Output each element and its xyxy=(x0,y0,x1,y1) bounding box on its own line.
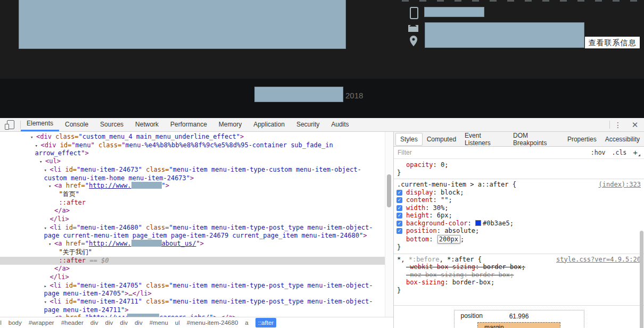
dom-tree-line[interactable]: ▾<li id="menu-item-24711" class="menu-it… xyxy=(0,298,385,306)
scrollbar-thumb[interactable] xyxy=(387,174,391,207)
crumb-wrapper[interactable]: #wrapper xyxy=(29,319,54,326)
expand-arrow-icon[interactable]: ▾ xyxy=(30,133,36,141)
sidebar-tab-computed[interactable]: Computed xyxy=(423,133,460,145)
css-property[interactable]: opacity: 0; xyxy=(394,161,644,169)
css-property[interactable]: ✓content: ""; xyxy=(394,196,644,204)
dom-tree-line[interactable]: ▾</a> xyxy=(0,207,385,215)
devtools-tab-network[interactable]: Network xyxy=(129,118,164,131)
crumb-menu[interactable]: #menu xyxy=(150,319,168,326)
dom-tree-line[interactable]: page menu-item-24705">…</li> xyxy=(0,290,385,298)
crumb-div[interactable]: div xyxy=(90,319,98,326)
styles-filter-bar: Filter :hov .cls + xyxy=(394,147,644,159)
crumb-header[interactable]: #header xyxy=(61,319,84,326)
css-property[interactable]: ✓background-color: #0b3ae5; xyxy=(394,220,644,228)
crumb-html[interactable]: html xyxy=(0,319,2,326)
devtools-tab-audits[interactable]: Audits xyxy=(325,118,354,131)
devtools-tab-application[interactable]: Application xyxy=(247,118,291,131)
sidebar-tab-dom-breakpoints[interactable]: DOM Breakpoints xyxy=(509,130,563,149)
dom-tree-line[interactable]: ▾<a href="http://www."> xyxy=(0,182,385,190)
expand-arrow-icon[interactable]: ▾ xyxy=(39,158,45,166)
dom-tree-line[interactable]: ▾</a> xyxy=(0,265,385,273)
dom-tree-line[interactable]: ▾<div id="menu" class="menu-%e4%b8%bb%e8… xyxy=(0,141,385,150)
close-devtools-icon[interactable]: ✕ xyxy=(626,118,644,131)
devtools-tab-sources[interactable]: Sources xyxy=(94,118,129,131)
expand-arrow-icon[interactable]: ▾ xyxy=(44,166,50,174)
box-model-position[interactable]: position 61.996 margin - border - xyxy=(454,310,584,328)
dom-tree-line[interactable]: page menu-item-24711"> xyxy=(0,306,385,314)
crumb-ul[interactable]: ul xyxy=(175,319,180,326)
crumb-menuitem24680[interactable]: #menu-item-24680 xyxy=(187,319,238,326)
dom-tree-line[interactable]: ▾<div class="custom_menu_4 main_menu_und… xyxy=(0,133,385,141)
property-checkbox[interactable]: ✓ xyxy=(397,213,402,218)
dom-tree-line[interactable]: ▾"关于我们" xyxy=(0,248,385,257)
css-property[interactable]: box-sizing: border-box; xyxy=(394,279,644,287)
dom-tree-line[interactable]: ▾<li id="menu-item-24673" class="menu-it… xyxy=(0,166,385,174)
devtools-tab-elements[interactable]: Elements xyxy=(21,118,59,131)
dom-tree-line[interactable]: custom menu-item-home menu-item-24673"> xyxy=(0,174,385,182)
property-checkbox[interactable]: ✓ xyxy=(397,197,402,203)
box-model-margin[interactable]: margin - border - xyxy=(477,322,560,328)
expand-arrow-icon[interactable]: ▾ xyxy=(48,240,54,248)
devtools-tab-memory[interactable]: Memory xyxy=(213,118,247,131)
color-swatch[interactable] xyxy=(475,220,481,226)
elements-scrollbar[interactable] xyxy=(385,132,393,317)
expand-arrow-icon[interactable]: ▾ xyxy=(35,142,41,150)
crumb-body[interactable]: body xyxy=(9,319,22,326)
crumb-div[interactable]: div xyxy=(120,319,128,326)
elements-panel: ▾<div class="custom_menu_4 main_menu_und… xyxy=(0,132,393,328)
toggle-hover-state-button[interactable]: :hov xyxy=(591,149,606,156)
crumb-div[interactable]: div xyxy=(105,319,113,326)
dom-tree-line[interactable]: arrow_effect"> xyxy=(0,149,385,157)
rule-selector[interactable]: (index):323.current-menu-item > a::after… xyxy=(394,181,644,189)
stylesheet-link[interactable]: style.css?ver=4.9.5:20 xyxy=(556,256,641,264)
more-options-icon[interactable]: ⋮ xyxy=(610,118,626,131)
code-link[interactable]: http://www. xyxy=(89,240,131,247)
code-link[interactable]: about_us/ xyxy=(162,240,196,247)
expand-arrow-icon[interactable]: ▾ xyxy=(44,224,50,232)
dom-tree-line[interactable]: ▾::after == $0 xyxy=(0,257,385,265)
dom-tree-line[interactable]: page current-menu-item page_item page-it… xyxy=(0,232,385,240)
dom-tree-line[interactable]: ▾<a href="http://www.about_us/"> xyxy=(0,240,385,248)
crumb-div[interactable]: div xyxy=(135,319,143,326)
expand-arrow-icon[interactable]: ▾ xyxy=(48,182,54,190)
css-property[interactable]: ✓height: 6px; xyxy=(394,212,644,220)
css-property[interactable]: ✓display: block; xyxy=(394,189,644,197)
css-property[interactable]: -moz-box-sizing: border-box; xyxy=(394,271,644,279)
dom-tree-line[interactable]: ▾"首页" xyxy=(0,190,385,199)
dom-tree-line[interactable]: ▾</li> xyxy=(0,273,385,282)
dom-tree-line[interactable]: ▾::after xyxy=(0,199,385,207)
crumb-after[interactable]: ::after xyxy=(255,318,276,327)
devtools-tab-security[interactable]: Security xyxy=(291,118,325,131)
sidebar-tab-event-listeners[interactable]: Event Listeners xyxy=(460,130,509,149)
property-checkbox[interactable]: ✓ xyxy=(397,190,402,196)
devtools-tab-console[interactable]: Console xyxy=(59,118,94,131)
contact-info-tooltip[interactable]: 查看联系信息 xyxy=(585,37,640,48)
property-checkbox[interactable]: ✓ xyxy=(397,205,402,211)
devtools-tab-performance[interactable]: Performance xyxy=(164,118,213,131)
crumb-a[interactable]: a xyxy=(245,319,248,326)
toggle-class-button[interactable]: .cls xyxy=(612,149,627,156)
filter-input[interactable]: Filter xyxy=(398,149,584,156)
expand-arrow-icon[interactable]: ▸ xyxy=(44,282,50,290)
dom-tree-line[interactable]: ▸<li id="menu-item-24705" class="menu-it… xyxy=(0,282,385,290)
property-checkbox[interactable]: ✓ xyxy=(397,228,402,234)
property-value-editor[interactable]: 200px xyxy=(437,235,460,244)
sidebar-tab-styles[interactable]: Styles xyxy=(395,133,423,146)
device-toolbar-icon[interactable] xyxy=(0,118,20,131)
dom-tree-line[interactable]: ▾<ul> xyxy=(0,157,385,166)
sidebar-tab-properties[interactable]: Properties xyxy=(563,133,601,145)
css-property[interactable]: bottom: 200px; xyxy=(394,235,644,244)
css-property[interactable]: -webkit-box-sizing: border-box; xyxy=(394,263,644,271)
code-link[interactable]: http://www. xyxy=(89,182,131,189)
rule-selector[interactable]: style.css?ver=4.9.5:20*, *:before, *:aft… xyxy=(394,256,644,264)
expand-arrow-icon[interactable]: ▾ xyxy=(44,298,50,306)
dom-tree-line[interactable]: ▾<li id="menu-item-24680" class="menu-it… xyxy=(0,224,385,232)
stylesheet-link[interactable]: (index):323 xyxy=(599,181,641,189)
styles-scrollbar-thumb[interactable] xyxy=(640,231,643,328)
dom-tree-line[interactable]: ▾</li> xyxy=(0,215,385,224)
css-property[interactable]: ✓width: 30%; xyxy=(394,204,644,212)
property-checkbox[interactable]: ✓ xyxy=(397,221,402,226)
sidebar-tab-accessibility[interactable]: Accessibility xyxy=(601,133,644,145)
css-property[interactable]: ✓position: absolute; xyxy=(394,227,644,235)
new-style-rule-button[interactable]: + xyxy=(633,148,640,157)
